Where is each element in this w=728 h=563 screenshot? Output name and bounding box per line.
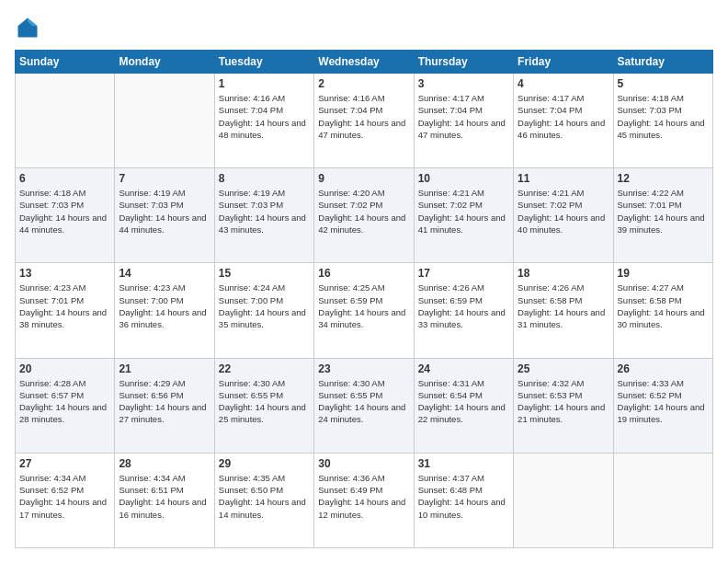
day-number: 9 <box>318 172 409 185</box>
calendar-cell: 31Sunrise: 4:37 AMSunset: 6:48 PMDayligh… <box>414 453 513 547</box>
day-number: 6 <box>19 172 110 185</box>
calendar-cell: 10Sunrise: 4:21 AMSunset: 7:02 PMDayligh… <box>414 168 513 263</box>
day-info: Sunrise: 4:37 AMSunset: 6:48 PMDaylight:… <box>418 472 509 521</box>
weekday-header-cell: Monday <box>115 51 214 74</box>
weekday-header-cell: Saturday <box>613 51 712 74</box>
day-info: Sunrise: 4:30 AMSunset: 6:55 PMDaylight:… <box>219 377 310 426</box>
day-number: 14 <box>119 267 210 280</box>
calendar-cell <box>115 74 214 168</box>
calendar-week-row: 27Sunrise: 4:34 AMSunset: 6:52 PMDayligh… <box>16 453 713 547</box>
calendar-cell <box>514 453 613 547</box>
day-number: 31 <box>418 457 509 470</box>
logo-icon <box>15 15 40 40</box>
calendar-cell: 20Sunrise: 4:28 AMSunset: 6:57 PMDayligh… <box>16 358 115 453</box>
calendar-cell: 13Sunrise: 4:23 AMSunset: 7:01 PMDayligh… <box>16 263 115 358</box>
day-info: Sunrise: 4:17 AMSunset: 7:04 PMDaylight:… <box>518 92 609 141</box>
day-number: 5 <box>618 77 709 90</box>
day-number: 21 <box>119 362 210 375</box>
day-info: Sunrise: 4:36 AMSunset: 6:49 PMDaylight:… <box>318 472 409 521</box>
calendar-cell: 28Sunrise: 4:34 AMSunset: 6:51 PMDayligh… <box>115 453 214 547</box>
weekday-header-cell: Tuesday <box>214 51 313 74</box>
calendar-table: SundayMondayTuesdayWednesdayThursdayFrid… <box>15 50 713 548</box>
day-info: Sunrise: 4:20 AMSunset: 7:02 PMDaylight:… <box>318 187 409 236</box>
day-info: Sunrise: 4:34 AMSunset: 6:52 PMDaylight:… <box>19 472 110 521</box>
day-number: 20 <box>19 362 110 375</box>
day-info: Sunrise: 4:19 AMSunset: 7:03 PMDaylight:… <box>119 187 210 236</box>
header <box>15 15 713 40</box>
day-info: Sunrise: 4:16 AMSunset: 7:04 PMDaylight:… <box>318 92 409 141</box>
day-info: Sunrise: 4:21 AMSunset: 7:02 PMDaylight:… <box>518 187 609 236</box>
day-info: Sunrise: 4:22 AMSunset: 7:01 PMDaylight:… <box>618 187 709 236</box>
calendar-cell: 15Sunrise: 4:24 AMSunset: 7:00 PMDayligh… <box>214 263 313 358</box>
calendar-cell: 3Sunrise: 4:17 AMSunset: 7:04 PMDaylight… <box>414 74 513 168</box>
day-info: Sunrise: 4:32 AMSunset: 6:53 PMDaylight:… <box>518 377 609 426</box>
calendar-cell <box>16 74 115 168</box>
calendar-cell: 4Sunrise: 4:17 AMSunset: 7:04 PMDaylight… <box>514 74 613 168</box>
day-number: 13 <box>19 267 110 280</box>
weekday-header-cell: Sunday <box>16 51 115 74</box>
calendar-cell: 6Sunrise: 4:18 AMSunset: 7:03 PMDaylight… <box>16 168 115 263</box>
calendar-cell: 16Sunrise: 4:25 AMSunset: 6:59 PMDayligh… <box>314 263 414 358</box>
day-number: 12 <box>618 172 709 185</box>
weekday-header-cell: Friday <box>514 51 613 74</box>
day-info: Sunrise: 4:23 AMSunset: 7:00 PMDaylight:… <box>119 282 210 330</box>
day-info: Sunrise: 4:35 AMSunset: 6:50 PMDaylight:… <box>219 472 310 521</box>
day-number: 26 <box>618 362 709 375</box>
calendar-week-row: 13Sunrise: 4:23 AMSunset: 7:01 PMDayligh… <box>16 263 713 358</box>
calendar-cell: 17Sunrise: 4:26 AMSunset: 6:59 PMDayligh… <box>414 263 513 358</box>
calendar-cell: 22Sunrise: 4:30 AMSunset: 6:55 PMDayligh… <box>214 358 313 453</box>
day-info: Sunrise: 4:26 AMSunset: 6:59 PMDaylight:… <box>418 282 509 330</box>
weekday-header-cell: Wednesday <box>314 51 414 74</box>
calendar-cell: 1Sunrise: 4:16 AMSunset: 7:04 PMDaylight… <box>214 74 313 168</box>
logo <box>15 15 44 40</box>
calendar-cell: 30Sunrise: 4:36 AMSunset: 6:49 PMDayligh… <box>314 453 414 547</box>
day-info: Sunrise: 4:19 AMSunset: 7:03 PMDaylight:… <box>219 187 310 236</box>
calendar-cell: 19Sunrise: 4:27 AMSunset: 6:58 PMDayligh… <box>613 263 712 358</box>
calendar-cell: 14Sunrise: 4:23 AMSunset: 7:00 PMDayligh… <box>115 263 214 358</box>
day-number: 15 <box>219 267 310 280</box>
day-number: 1 <box>219 77 310 90</box>
calendar-cell: 21Sunrise: 4:29 AMSunset: 6:56 PMDayligh… <box>115 358 214 453</box>
day-info: Sunrise: 4:30 AMSunset: 6:55 PMDaylight:… <box>318 377 409 426</box>
calendar-cell: 11Sunrise: 4:21 AMSunset: 7:02 PMDayligh… <box>514 168 613 263</box>
calendar-week-row: 1Sunrise: 4:16 AMSunset: 7:04 PMDaylight… <box>16 74 713 168</box>
day-number: 22 <box>219 362 310 375</box>
day-number: 29 <box>219 457 310 470</box>
day-number: 4 <box>518 77 609 90</box>
day-info: Sunrise: 4:21 AMSunset: 7:02 PMDaylight:… <box>418 187 509 236</box>
day-info: Sunrise: 4:18 AMSunset: 7:03 PMDaylight:… <box>618 92 709 141</box>
calendar-cell: 7Sunrise: 4:19 AMSunset: 7:03 PMDaylight… <box>115 168 214 263</box>
day-info: Sunrise: 4:23 AMSunset: 7:01 PMDaylight:… <box>19 282 110 330</box>
day-number: 16 <box>318 267 409 280</box>
day-number: 27 <box>19 457 110 470</box>
calendar-cell: 23Sunrise: 4:30 AMSunset: 6:55 PMDayligh… <box>314 358 414 453</box>
day-number: 30 <box>318 457 409 470</box>
day-info: Sunrise: 4:28 AMSunset: 6:57 PMDaylight:… <box>19 377 110 426</box>
day-number: 3 <box>418 77 509 90</box>
calendar-cell: 8Sunrise: 4:19 AMSunset: 7:03 PMDaylight… <box>214 168 313 263</box>
calendar-cell: 27Sunrise: 4:34 AMSunset: 6:52 PMDayligh… <box>16 453 115 547</box>
calendar-cell <box>613 453 712 547</box>
day-number: 25 <box>518 362 609 375</box>
day-number: 17 <box>418 267 509 280</box>
day-info: Sunrise: 4:29 AMSunset: 6:56 PMDaylight:… <box>119 377 210 426</box>
calendar-week-row: 6Sunrise: 4:18 AMSunset: 7:03 PMDaylight… <box>16 168 713 263</box>
calendar-cell: 5Sunrise: 4:18 AMSunset: 7:03 PMDaylight… <box>613 74 712 168</box>
day-number: 8 <box>219 172 310 185</box>
page: SundayMondayTuesdayWednesdayThursdayFrid… <box>0 0 728 563</box>
calendar-cell: 18Sunrise: 4:26 AMSunset: 6:58 PMDayligh… <box>514 263 613 358</box>
calendar-week-row: 20Sunrise: 4:28 AMSunset: 6:57 PMDayligh… <box>16 358 713 453</box>
calendar-cell: 26Sunrise: 4:33 AMSunset: 6:52 PMDayligh… <box>613 358 712 453</box>
day-number: 24 <box>418 362 509 375</box>
day-number: 28 <box>119 457 210 470</box>
day-number: 10 <box>418 172 509 185</box>
day-info: Sunrise: 4:17 AMSunset: 7:04 PMDaylight:… <box>418 92 509 141</box>
day-number: 11 <box>518 172 609 185</box>
day-info: Sunrise: 4:25 AMSunset: 6:59 PMDaylight:… <box>318 282 409 330</box>
calendar-cell: 24Sunrise: 4:31 AMSunset: 6:54 PMDayligh… <box>414 358 513 453</box>
day-info: Sunrise: 4:24 AMSunset: 7:00 PMDaylight:… <box>219 282 310 330</box>
day-info: Sunrise: 4:18 AMSunset: 7:03 PMDaylight:… <box>19 187 110 236</box>
calendar-cell: 2Sunrise: 4:16 AMSunset: 7:04 PMDaylight… <box>314 74 414 168</box>
calendar-cell: 9Sunrise: 4:20 AMSunset: 7:02 PMDaylight… <box>314 168 414 263</box>
weekday-header-row: SundayMondayTuesdayWednesdayThursdayFrid… <box>16 51 713 74</box>
